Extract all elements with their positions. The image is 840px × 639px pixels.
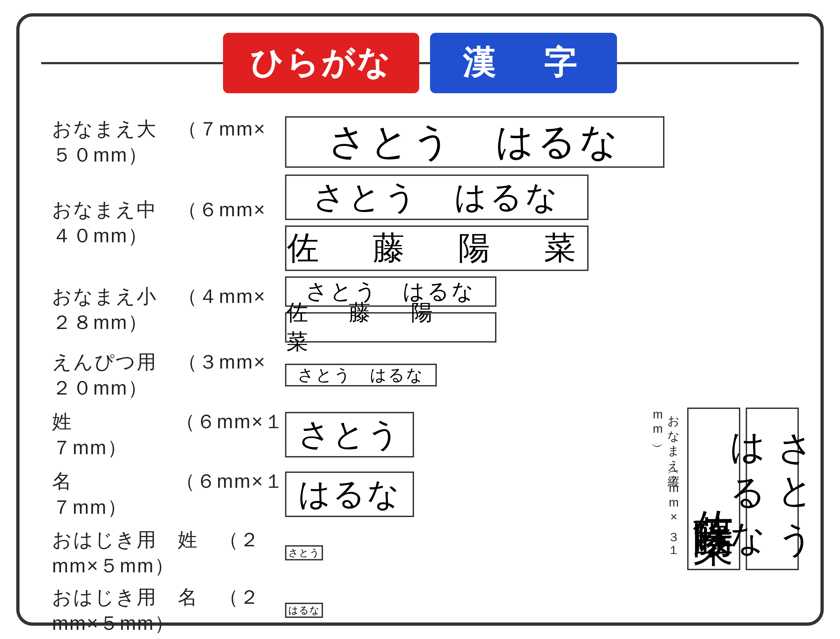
stamps-mei: はるな <box>285 472 650 517</box>
stamps-onamae-medium: さとう はるな 佐 藤 陽 菜 <box>285 175 799 271</box>
row-onamae-small: おなまえ小 （４mm×２８mm） さとう はるな 佐 藤 陽 菜 <box>41 277 799 343</box>
row-pencil: えんぴつ用 （３mm×２０mm） さとう はるな <box>41 348 799 402</box>
stamp-kanji-medium: 佐 藤 陽 菜 <box>285 226 589 271</box>
stamps-ohajiki-mei: はるな <box>285 603 650 618</box>
stamp-kanji-small: 佐 藤 陽 菜 <box>285 312 496 343</box>
stamp-ohajiki-hiragana-sei: さとう <box>285 545 323 560</box>
vertical-stamps-area: おなまえ縦（７mm×３１mm） 佐藤陽菜 さとうはるな <box>650 408 799 570</box>
stamp-hiragana-pencil: さとう はるな <box>285 364 437 386</box>
last-rows-section: 姓 （６mm×１７mm） さとう 名 （６mm×１７mm） はるな おはじき用 … <box>41 408 799 639</box>
label-onamae-large: おなまえ大 （７mm×５０mm） <box>41 116 285 168</box>
main-card: ひらがな 漢 字 おなまえ大 （７mm×５０mm） さとう はるな おなまえ中 … <box>16 13 824 626</box>
stamps-onamae-large: さとう はるな <box>285 116 799 168</box>
label-ohajiki-mei: おはじき用 名 （２mm×５mm） <box>41 584 285 636</box>
label-mei: 名 （６mm×１７mm） <box>41 468 285 520</box>
stamps-onamae-small: さとう はるな 佐 藤 陽 菜 <box>285 277 799 343</box>
label-pencil: えんぴつ用 （３mm×２０mm） <box>41 349 285 401</box>
stamps-pencil: さとう はるな <box>285 364 799 386</box>
stamp-ohajiki-hiragana-mei: はるな <box>285 603 323 618</box>
row-onamae-large: おなまえ大 （７mm×５０mm） さとう はるな <box>41 115 799 169</box>
label-ohajiki-sei: おはじき用 姓 （２mm×５mm） <box>41 527 285 579</box>
last-left: 姓 （６mm×１７mm） さとう 名 （６mm×１７mm） はるな おはじき用 … <box>41 408 650 639</box>
stamps-ohajiki-sei: さとう <box>285 545 650 560</box>
label-onamae-medium: おなまえ中 （６mm×４０mm） <box>41 197 285 249</box>
stamps-sei: さとう <box>285 412 650 458</box>
row-ohajiki-sei: おはじき用 姓 （２mm×５mm） さとう <box>41 527 650 579</box>
row-sei: 姓 （６mm×１７mm） さとう <box>41 408 650 462</box>
tab-hiragana: ひらがな <box>223 33 419 93</box>
stamp-vertical-hiragana: さとうはるな <box>746 408 799 570</box>
row-mei: 名 （６mm×１７mm） はるな <box>41 467 650 521</box>
stamp-hiragana-mei: はるな <box>285 472 414 517</box>
stamp-hiragana-sei: さとう <box>285 412 414 458</box>
label-sei: 姓 （６mm×１７mm） <box>41 409 285 461</box>
stamp-hiragana-large: さとう はるな <box>285 116 664 168</box>
vertical-label: おなまえ縦（７mm×３１mm） <box>650 408 682 570</box>
content-area: おなまえ大 （７mm×５０mm） さとう はるな おなまえ中 （６mm×４０mm… <box>41 115 799 639</box>
header-row: ひらがな 漢 字 <box>41 33 799 93</box>
tab-kanji: 漢 字 <box>430 33 617 93</box>
row-ohajiki-mei: おはじき用 名 （２mm×５mm） はるな <box>41 584 650 636</box>
stamp-hiragana-medium: さとう はるな <box>285 175 589 220</box>
row-onamae-medium: おなまえ中 （６mm×４０mm） さとう はるな 佐 藤 陽 菜 <box>41 175 799 271</box>
label-onamae-small: おなまえ小 （４mm×２８mm） <box>41 283 285 335</box>
